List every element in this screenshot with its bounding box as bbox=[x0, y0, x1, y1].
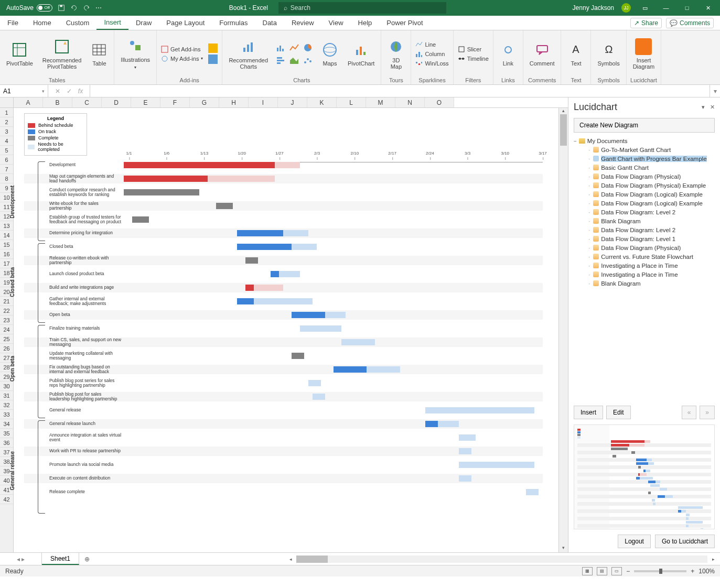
get-addins-button[interactable]: Get Add-ins bbox=[161, 46, 203, 53]
undo-icon[interactable] bbox=[70, 4, 78, 12]
horizontal-scrollbar[interactable]: ◂ ▸ bbox=[284, 553, 720, 565]
row-header[interactable]: 30 bbox=[0, 382, 13, 391]
row-header[interactable]: 2 bbox=[0, 117, 13, 127]
tree-item[interactable]: Basic Gantt Chart bbox=[574, 163, 715, 172]
tree-item[interactable]: Data Flow Diagram: Level 2 bbox=[574, 208, 715, 216]
column-header[interactable]: L bbox=[337, 97, 366, 107]
goto-lucidchart-button[interactable]: Go to Lucidchart bbox=[655, 535, 715, 548]
timeline-button[interactable]: Timeline bbox=[458, 55, 489, 62]
close-icon[interactable]: ✕ bbox=[701, 1, 715, 15]
tree-item[interactable]: Data Flow Diagram (Logical) Example bbox=[574, 190, 715, 199]
maps-button[interactable]: Maps bbox=[319, 40, 340, 68]
row-header[interactable]: 34 bbox=[0, 419, 13, 429]
tree-item[interactable]: Data Flow Diagram (Physical) bbox=[574, 172, 715, 181]
tab-review[interactable]: Review bbox=[284, 16, 321, 30]
row-header[interactable]: 8 bbox=[0, 174, 13, 183]
tree-item[interactable]: Data Flow Diagram (Logical) Example bbox=[574, 199, 715, 208]
create-diagram-button[interactable]: Create New Diagram bbox=[574, 118, 715, 133]
column-header[interactable]: E bbox=[131, 97, 160, 107]
zoom-slider[interactable] bbox=[634, 570, 686, 572]
add-sheet-button[interactable]: ⊕ bbox=[79, 553, 95, 565]
sheet-tab[interactable]: Sheet1 bbox=[42, 553, 79, 565]
prev-button[interactable]: « bbox=[682, 406, 697, 419]
bar-chart-icon[interactable] bbox=[275, 55, 287, 66]
row-header[interactable]: 21 bbox=[0, 297, 13, 306]
scroll-thumb[interactable] bbox=[560, 114, 567, 146]
column-header[interactable]: G bbox=[190, 97, 219, 107]
minimize-icon[interactable]: — bbox=[659, 1, 673, 15]
panel-menu-icon[interactable]: ▾ bbox=[702, 104, 705, 111]
tree-item[interactable]: Investigating a Place in Time bbox=[574, 261, 715, 270]
row-header[interactable]: 33 bbox=[0, 410, 13, 419]
column-header[interactable]: F bbox=[160, 97, 190, 107]
row-header[interactable]: 26 bbox=[0, 344, 13, 353]
worksheet-canvas[interactable]: Legend Behind scheduleOn trackCompleteNe… bbox=[14, 108, 558, 552]
vertical-scrollbar[interactable]: ▴ ▾ bbox=[558, 108, 568, 552]
tree-item[interactable]: Data Flow Diagram: Level 2 bbox=[574, 225, 715, 234]
autosave-toggle[interactable]: AutoSave Off bbox=[6, 4, 52, 12]
search-box[interactable]: ⌕ Search bbox=[278, 2, 446, 14]
maximize-icon[interactable]: □ bbox=[680, 1, 694, 15]
tab-custom[interactable]: Custom bbox=[59, 16, 97, 30]
tab-view[interactable]: View bbox=[321, 16, 351, 30]
row-header[interactable]: 36 bbox=[0, 438, 13, 448]
scatter-chart-icon[interactable] bbox=[303, 55, 314, 66]
row-header[interactable]: 25 bbox=[0, 334, 13, 344]
bing-maps-icon[interactable] bbox=[208, 43, 218, 53]
user-name[interactable]: Jenny Jackson bbox=[573, 4, 614, 12]
table-button[interactable]: Table bbox=[89, 40, 110, 68]
tab-home[interactable]: Home bbox=[26, 16, 59, 30]
formula-input[interactable] bbox=[90, 85, 710, 97]
sparkline-winloss-button[interactable]: Win/Loss bbox=[415, 60, 448, 67]
column-chart-icon[interactable] bbox=[275, 42, 287, 53]
row-header[interactable]: 6 bbox=[0, 155, 13, 165]
page-break-view-icon[interactable]: ▭ bbox=[611, 567, 622, 575]
tree-item[interactable]: Data Flow Diagram (Physical) bbox=[574, 243, 715, 252]
redo-icon[interactable] bbox=[83, 4, 90, 12]
column-header[interactable]: J bbox=[278, 97, 307, 107]
ribbon-display-icon[interactable]: ▭ bbox=[638, 1, 652, 15]
scroll-down-icon[interactable]: ▾ bbox=[559, 545, 568, 552]
pivotchart-button[interactable]: PivotChart bbox=[346, 40, 377, 68]
column-header[interactable]: C bbox=[72, 97, 102, 107]
column-header[interactable]: A bbox=[14, 97, 43, 107]
insert-button[interactable]: Insert bbox=[574, 406, 603, 419]
gantt-chart[interactable]: Legend Behind scheduleOn trackCompleteNe… bbox=[24, 113, 543, 542]
name-box[interactable]: A1▾ bbox=[0, 85, 48, 97]
people-graph-icon[interactable] bbox=[208, 55, 218, 64]
link-button[interactable]: Link bbox=[498, 40, 519, 68]
3d-map-button[interactable]: 3D Map bbox=[385, 37, 406, 71]
expand-formula-bar-icon[interactable]: ▾ bbox=[710, 85, 720, 97]
row-header[interactable]: 31 bbox=[0, 391, 13, 400]
insert-diagram-button[interactable]: Insert Diagram bbox=[631, 37, 657, 71]
row-header[interactable]: 14 bbox=[0, 231, 13, 240]
tab-formulas[interactable]: Formulas bbox=[212, 16, 255, 30]
row-header[interactable]: 24 bbox=[0, 325, 13, 334]
qat-icon[interactable]: ⋯ bbox=[95, 4, 103, 12]
zoom-out-icon[interactable]: − bbox=[626, 568, 630, 575]
sparkline-line-button[interactable]: Line bbox=[415, 41, 448, 48]
cancel-icon[interactable]: ✕ bbox=[55, 88, 60, 95]
comment-button[interactable]: Comment bbox=[528, 40, 557, 68]
zoom-in-icon[interactable]: + bbox=[691, 568, 694, 575]
slicer-button[interactable]: Slicer bbox=[458, 46, 489, 53]
tree-item[interactable]: Current vs. Future State Flowchart bbox=[574, 252, 715, 261]
fx-icon[interactable]: fx bbox=[78, 88, 83, 95]
normal-view-icon[interactable]: ▦ bbox=[582, 567, 593, 575]
pivottable-button[interactable]: PivotTable bbox=[4, 40, 35, 68]
row-header[interactable]: 5 bbox=[0, 146, 13, 155]
text-button[interactable]: AText bbox=[565, 40, 586, 68]
recommended-charts-button[interactable]: Recommended Charts bbox=[227, 37, 270, 71]
comments-button[interactable]: 💬Comments bbox=[666, 18, 714, 28]
tree-item[interactable]: Blank Diagram bbox=[574, 216, 715, 225]
row-header[interactable]: 4 bbox=[0, 136, 13, 146]
my-addins-button[interactable]: My Add-ins ▾ bbox=[161, 55, 203, 62]
select-all-corner[interactable] bbox=[0, 97, 14, 107]
tree-item[interactable]: Blank Diagram bbox=[574, 279, 715, 288]
column-header[interactable]: I bbox=[249, 97, 278, 107]
tree-root[interactable]: My Documents bbox=[574, 138, 715, 144]
column-header[interactable]: N bbox=[395, 97, 425, 107]
scroll-thumb[interactable] bbox=[296, 556, 328, 563]
row-header[interactable]: 7 bbox=[0, 165, 13, 174]
column-header[interactable]: O bbox=[425, 97, 454, 107]
